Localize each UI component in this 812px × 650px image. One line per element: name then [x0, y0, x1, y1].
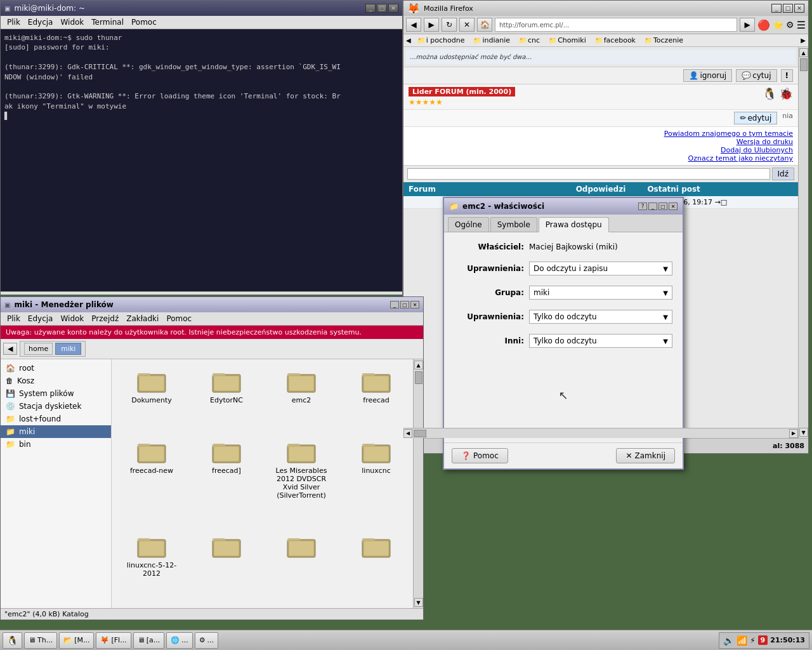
scrollbar-up-btn[interactable]: ▲ — [799, 48, 808, 57]
fm-minimize-btn[interactable]: _ — [390, 301, 399, 308]
scrollbar-thumb[interactable] — [800, 58, 808, 71]
fm-sidebar-root[interactable]: 🏠 root — [1, 362, 111, 375]
scrollbar-left-btn[interactable]: ◀ — [403, 429, 412, 438]
props-help-button[interactable]: ❓ Pomoc — [452, 448, 508, 463]
terminal-maximize-btn[interactable]: □ — [377, 4, 387, 13]
fm-scrollbar-v[interactable]: ▲ ▼ — [413, 359, 423, 608]
props-owner-perms-arrow[interactable]: ▼ — [663, 265, 668, 272]
bookmark-scroll-right[interactable]: ▶ — [801, 37, 806, 44]
fm-menu-pomoc[interactable]: Pomoc — [162, 314, 195, 324]
props-help-btn-title[interactable]: ? — [638, 202, 647, 210]
browser-maximize-btn[interactable]: □ — [783, 4, 793, 13]
bookmark-toczenie[interactable]: 📁 Toczenie — [642, 36, 686, 45]
taskbar-btn-5[interactable]: 🌐 ... — [166, 632, 193, 649]
props-tab-symbole[interactable]: Symbole — [490, 217, 537, 232]
taskbar-start-btn[interactable]: 🐧 — [3, 632, 22, 649]
fm-menu-edycja[interactable]: Edycja — [24, 314, 57, 324]
bookmark-facebook[interactable]: 📁 facebook — [593, 36, 638, 45]
props-tab-ogolne[interactable]: Ogólne — [448, 217, 489, 232]
bookmark-ipochodne[interactable]: 📁 i pochodne — [415, 36, 468, 45]
tray-icon-2[interactable]: 📶 — [737, 635, 747, 646]
fm-scroll-down[interactable]: ▼ — [414, 598, 423, 607]
fm-close-btn[interactable]: ✕ — [410, 301, 419, 308]
unread-link[interactable]: Oznacz temat jako nieczytany — [688, 154, 793, 162]
fm-file-linuxcnc-512[interactable]: linuxcnc-5-12-2012 — [117, 529, 187, 603]
taskbar-btn-4[interactable]: 🖥 [a... — [133, 632, 165, 649]
bookmark-chomiki[interactable]: 📁 Chomiki — [546, 36, 589, 45]
terminal-menu-pomoc[interactable]: Pomoc — [128, 17, 160, 27]
browser-address-bar[interactable]: http://forum.emc.pl/... — [495, 18, 737, 32]
favorites-link[interactable]: Dodaj do Ulubionych — [721, 146, 793, 154]
props-close-btn-title[interactable]: ✕ — [669, 202, 678, 210]
fm-sidebar-system[interactable]: 💾 System plików — [1, 387, 111, 400]
terminal-close-btn[interactable]: ✕ — [388, 4, 398, 13]
fm-sidebar-bin[interactable]: 📁 bin — [1, 438, 111, 451]
fm-file-edytornc[interactable]: EdytorNC — [192, 364, 261, 430]
props-group-perms-select[interactable]: Tylko do odczytu ▼ — [529, 310, 672, 324]
fm-file-extra-3[interactable] — [341, 529, 411, 603]
fm-scroll-thumb[interactable] — [415, 371, 422, 384]
tray-icon-1[interactable]: 🔊 — [723, 635, 734, 646]
terminal-menu-edycja[interactable]: Edycja — [24, 17, 57, 27]
fm-file-freecad-new[interactable]: freecad-new — [117, 435, 187, 525]
terminal-minimize-btn[interactable]: _ — [365, 4, 376, 13]
props-others-arrow[interactable]: ▼ — [663, 338, 668, 345]
browser-back-btn[interactable]: ◀ — [406, 18, 421, 32]
taskbar-btn-1[interactable]: 🖥 Th... — [24, 632, 57, 649]
props-group-select[interactable]: miki ▼ — [529, 286, 672, 300]
props-owner-perms-select[interactable]: Do odczytu i zapisu ▼ — [529, 262, 672, 275]
fm-menu-widok[interactable]: Widok — [56, 314, 88, 324]
browser-close-btn[interactable]: ✕ — [794, 4, 804, 13]
terminal-menu-plik[interactable]: Plik — [3, 17, 24, 27]
scrollbar-right-btn[interactable]: ▶ — [789, 429, 798, 438]
fm-menu-przejdz[interactable]: Przejdź — [88, 314, 122, 324]
fm-sidebar-floppy[interactable]: 💿 Stacja dyskietek — [1, 400, 111, 413]
fm-file-emc2[interactable]: emc2 — [266, 364, 336, 430]
terminal-content-area[interactable]: miki@miki-dom:~$ sudo thunar [sudo] pass… — [1, 29, 402, 291]
terminal-menu-terminal[interactable]: Terminal — [88, 17, 128, 27]
fm-sidebar-lostfound[interactable]: 📁 lost+found — [1, 413, 111, 425]
browser-minimize-btn[interactable]: _ — [771, 4, 782, 13]
bookmark-indianie[interactable]: 📁 indianie — [471, 36, 513, 45]
browser-stop-btn[interactable]: ✕ — [459, 18, 475, 32]
tray-icon-3[interactable]: ⚡ — [750, 636, 755, 645]
cite-btn[interactable]: 💬 cytuj — [736, 69, 776, 82]
browser-reload-btn[interactable]: ↻ — [442, 18, 457, 32]
fm-sidebar-kosz[interactable]: 🗑 Kosz — [1, 375, 111, 387]
taskbar-btn-3[interactable]: 🦊 [Fl... — [96, 632, 131, 649]
print-link[interactable]: Wersja do druku — [737, 138, 793, 146]
props-maximize-btn[interactable]: □ — [658, 202, 667, 210]
fm-back-btn[interactable]: ◀ — [3, 343, 17, 355]
fm-file-freecad-bracket[interactable]: freecad] — [192, 435, 261, 525]
fm-maximize-btn[interactable]: □ — [400, 301, 409, 308]
taskbar-btn-6[interactable]: ⚙ ... — [195, 632, 218, 649]
go-button[interactable]: Idź — [772, 168, 794, 180]
props-group-arrow[interactable]: ▼ — [663, 289, 668, 296]
info-btn[interactable]: ! — [781, 69, 793, 82]
fm-scroll-up[interactable]: ▲ — [414, 361, 423, 369]
edit-btn[interactable]: ✏ edytuj — [734, 112, 777, 124]
browser-scrollbar-h[interactable]: ◀ ▶ — [403, 428, 798, 438]
notify-link[interactable]: Powiadom znajomego o tym temacie — [664, 129, 793, 138]
fm-file-freecad[interactable]: freecad — [341, 364, 411, 430]
fm-breadcrumb-home[interactable]: home — [24, 343, 53, 355]
fm-file-dokumenty[interactable]: Dokumenty — [117, 364, 187, 430]
fm-breadcrumb-miki[interactable]: miki — [55, 343, 81, 355]
props-minimize-btn[interactable]: _ — [648, 202, 657, 210]
bookmark-scroll-left[interactable]: ◀ — [406, 37, 411, 44]
page-input[interactable] — [407, 168, 770, 180]
browser-forward-btn[interactable]: ▶ — [424, 18, 439, 32]
scrollbar-h-thumb[interactable] — [414, 430, 426, 437]
terminal-menu-widok[interactable]: Widok — [56, 17, 88, 27]
props-close-button[interactable]: ✕ Zamknij — [616, 448, 675, 463]
fm-menu-plik[interactable]: Plik — [3, 314, 24, 324]
fm-file-lesmiserables[interactable]: Les Miserables 2012 DVDSCR Xvid Silver (… — [266, 435, 336, 525]
taskbar-btn-2[interactable]: 📂 [M... — [59, 632, 94, 649]
props-tab-prawa[interactable]: Prawa dostępu — [539, 217, 609, 232]
browser-go-btn[interactable]: ▶ — [740, 18, 755, 32]
props-others-select[interactable]: Tylko do odczytu ▼ — [529, 334, 672, 348]
fm-file-linuxcnc[interactable]: linuxcnc — [341, 435, 411, 525]
fm-file-extra-1[interactable] — [192, 529, 261, 603]
ignore-btn[interactable]: 👤 ignoruj — [683, 69, 732, 82]
scrollbar-down-btn[interactable]: ▼ — [799, 428, 808, 437]
